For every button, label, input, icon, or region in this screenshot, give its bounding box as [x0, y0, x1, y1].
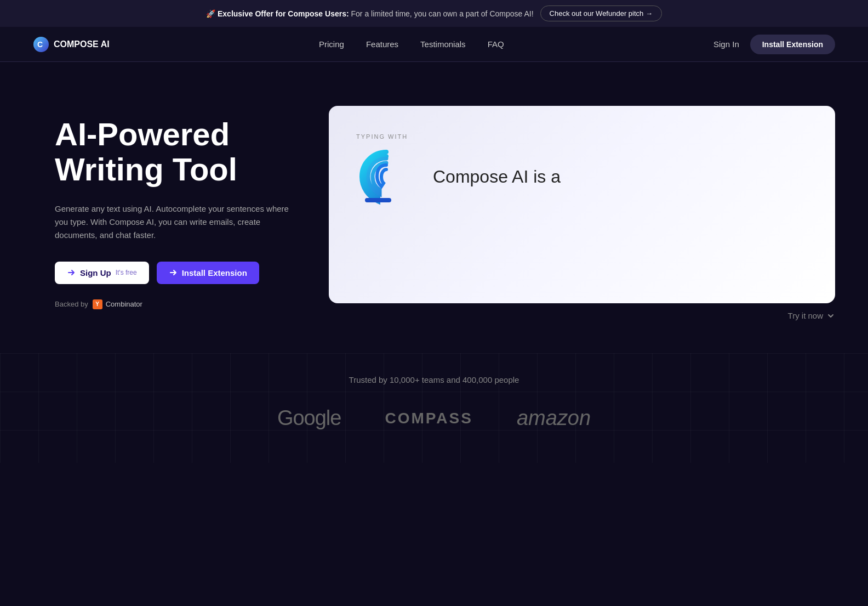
sign-in-link[interactable]: Sign In [713, 39, 739, 49]
nav-link-pricing[interactable]: Pricing [319, 39, 344, 49]
chevron-down-icon [826, 312, 835, 320]
main-nav: C COMPOSE AI Pricing Features Testimonia… [0, 27, 868, 62]
signup-button[interactable]: Sign Up It's free [55, 262, 149, 284]
announcement-detail: For a limited time, you can own a part o… [351, 9, 534, 18]
backed-by-text: Backed by [55, 300, 88, 308]
nav-link-faq[interactable]: FAQ [488, 39, 504, 49]
hero-section: AI-Powered Writing Tool Generate any tex… [0, 62, 868, 353]
nav-link-features[interactable]: Features [366, 39, 398, 49]
typing-with-label: TYPING WITH [356, 133, 808, 140]
hero-right: TYPING WITH [329, 106, 835, 320]
compose-ai-logo-icon: C [33, 36, 49, 53]
announcement-strong: Exclusive Offer for Compose Users: [218, 9, 349, 18]
nav-item-pricing[interactable]: Pricing [319, 39, 344, 49]
nav-logo-text: COMPOSE AI [54, 39, 110, 49]
nav-right: Sign In Install Extension [713, 35, 835, 54]
yc-logo-icon: Y [93, 299, 102, 309]
combinator-text: Combinator [106, 300, 142, 308]
nav-links: Pricing Features Testimonials FAQ [319, 39, 504, 49]
demo-logo-area: Compose AI is a [356, 146, 808, 207]
try-it-label: Try it now [788, 311, 823, 320]
install-extension-nav-button[interactable]: Install Extension [750, 35, 835, 54]
install-arrow-icon [169, 268, 178, 277]
signup-label: Sign Up [80, 268, 111, 277]
nav-item-testimonials[interactable]: Testimonials [420, 39, 466, 49]
backed-by: Backed by Y Combinator [55, 299, 296, 309]
announcement-bar: 🚀 Exclusive Offer for Compose Users: For… [0, 0, 868, 27]
try-it-now[interactable]: Try it now [329, 311, 835, 320]
demo-typing-text: Compose AI is a [433, 167, 561, 187]
install-label: Install Extension [182, 268, 247, 277]
grid-background [0, 353, 868, 463]
compose-logo-big-icon [356, 146, 416, 207]
rocket-emoji: 🚀 [206, 9, 215, 18]
signup-free-label: It's free [116, 269, 137, 276]
hero-left: AI-Powered Writing Tool Generate any tex… [55, 117, 296, 309]
ycombinator-badge: Y Combinator [93, 299, 142, 309]
hero-title: AI-Powered Writing Tool [55, 117, 296, 187]
nav-item-faq[interactable]: FAQ [488, 39, 504, 49]
signup-arrow-icon [67, 268, 76, 277]
nav-link-testimonials[interactable]: Testimonials [420, 39, 466, 49]
wefunder-cta-button[interactable]: Check out our Wefunder pitch → [540, 5, 662, 21]
hero-cta-buttons: Sign Up It's free Install Extension [55, 262, 296, 284]
install-extension-button[interactable]: Install Extension [157, 262, 259, 284]
hero-description: Generate any text using AI. Autocomplete… [55, 202, 296, 242]
nav-logo: C COMPOSE AI [33, 36, 110, 53]
demo-card: TYPING WITH [329, 106, 835, 303]
nav-item-features[interactable]: Features [366, 39, 398, 49]
announcement-text: 🚀 Exclusive Offer for Compose Users: For… [206, 9, 533, 18]
svg-text:C: C [37, 40, 43, 49]
